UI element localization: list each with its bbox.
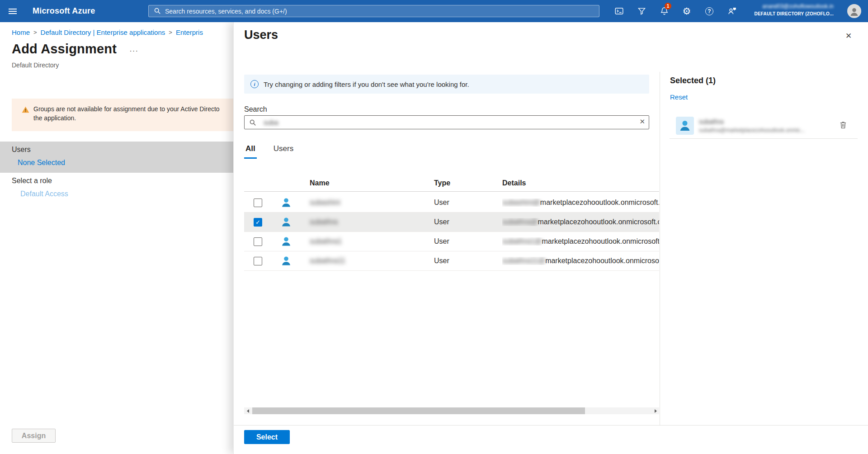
warning-icon xyxy=(22,106,29,114)
user-type: User xyxy=(434,199,449,207)
default-access-link[interactable]: Default Access xyxy=(20,190,68,198)
help-icon xyxy=(705,7,713,15)
column-name: Name xyxy=(310,179,330,187)
users-picker-panel: Users Try changing or adding filters if … xyxy=(233,22,868,454)
user-type: User xyxy=(434,257,449,265)
notification-badge: 1 xyxy=(665,3,671,9)
global-search-input[interactable] xyxy=(148,5,599,17)
user-details: subathra11@marketplacezohooutlook.onmicr… xyxy=(502,257,659,265)
search-icon xyxy=(154,7,161,14)
feedback-icon xyxy=(727,6,737,16)
table-row[interactable]: subathra User subathra@marketplacezohoou… xyxy=(244,213,659,232)
user-name: subathra1 xyxy=(310,237,342,246)
global-search xyxy=(148,5,599,17)
notifications-button[interactable]: 1 xyxy=(653,0,675,22)
scrollbar-thumb[interactable] xyxy=(252,407,585,414)
table-row[interactable]: subathra11 User subathra11@marketplacezo… xyxy=(244,251,659,271)
table-header: Name Type Details xyxy=(244,176,659,192)
breadcrumb-current[interactable]: Enterpris xyxy=(176,28,203,36)
user-icon xyxy=(678,119,692,132)
user-type: User xyxy=(434,218,449,226)
clear-search-icon[interactable] xyxy=(639,118,645,126)
selected-user-avatar xyxy=(676,117,694,135)
none-selected-link[interactable]: None Selected xyxy=(18,159,65,167)
search-label: Search xyxy=(244,105,267,114)
breadcrumb-enterprise-applications[interactable]: Default Directory | Enterprise applicati… xyxy=(41,28,165,36)
help-button[interactable] xyxy=(698,0,721,22)
page-subtitle: Default Directory xyxy=(12,61,59,69)
user-details: subathra1@marketplacezohooutlook.onmicro… xyxy=(502,237,659,246)
user-icon xyxy=(280,197,292,208)
assign-button[interactable]: Assign xyxy=(12,429,56,443)
account-directory: DEFAULT DIRECTORY (ZOHOFLO... xyxy=(755,11,834,17)
tab-users[interactable]: Users xyxy=(272,142,295,159)
filter-icon xyxy=(637,6,646,16)
page-title: Add Assignment xyxy=(12,42,117,57)
scroll-left-icon[interactable] xyxy=(244,407,251,414)
row-checkbox[interactable] xyxy=(254,257,262,265)
user-icon xyxy=(280,255,292,267)
panel-title: Users xyxy=(244,28,278,42)
divider xyxy=(670,138,858,139)
brand-title[interactable]: Microsoft Azure xyxy=(33,6,95,16)
feedback-button[interactable] xyxy=(721,0,743,22)
users-label: Users xyxy=(12,146,31,154)
reset-link[interactable]: Reset xyxy=(670,93,688,101)
user-type: User xyxy=(434,237,449,246)
settings-button[interactable] xyxy=(675,0,698,22)
hamburger-icon xyxy=(9,11,17,12)
search-query-text: suba xyxy=(264,118,278,126)
topbar: Microsoft Azure 1 xyxy=(0,0,868,22)
user-details: subathra@marketplacezohooutlook.onmicros… xyxy=(502,218,659,226)
topbar-icons: 1 xyxy=(608,0,743,22)
row-checkbox[interactable] xyxy=(254,237,262,246)
selected-user-email: subathra@marketplacezohooutlook.onmic... xyxy=(699,127,805,133)
avatar[interactable] xyxy=(847,4,861,18)
column-details: Details xyxy=(502,179,526,187)
remove-selected-button[interactable] xyxy=(838,120,848,130)
info-icon xyxy=(250,80,259,88)
row-checkbox[interactable] xyxy=(254,218,262,227)
search-icon xyxy=(249,119,256,126)
selected-panel: Selected (1) Reset subathra subathra@mar… xyxy=(660,72,868,425)
user-name: subathra11 xyxy=(310,257,345,265)
hamburger-menu-button[interactable] xyxy=(2,0,24,22)
row-checkbox[interactable] xyxy=(254,199,262,207)
table-row[interactable]: subashini User subashini@marketplacezoho… xyxy=(244,193,659,213)
trash-icon xyxy=(839,121,847,129)
info-banner-text: Try changing or adding filters if you do… xyxy=(264,80,469,88)
select-button[interactable]: Select xyxy=(244,430,290,444)
azure-portal: Microsoft Azure 1 xyxy=(0,0,868,454)
horizontal-scrollbar[interactable] xyxy=(244,407,659,414)
breadcrumb-separator: > xyxy=(33,29,37,36)
cloud-shell-icon xyxy=(614,6,624,16)
avatar-person-icon xyxy=(849,7,859,17)
picker-tabs: All Users xyxy=(244,142,295,159)
user-icon xyxy=(280,216,292,228)
user-name: subathra xyxy=(310,218,338,226)
breadcrumb-home[interactable]: Home xyxy=(12,28,30,36)
table-row[interactable]: subathra1 User subathra1@marketplacezoho… xyxy=(244,232,659,251)
user-list: subashini User subashini@marketplacezoho… xyxy=(244,193,659,271)
panel-search-input[interactable]: suba xyxy=(244,115,649,129)
gear-icon xyxy=(683,6,691,16)
selected-user-name: subathra xyxy=(699,118,723,125)
panel-footer: Select xyxy=(234,425,868,454)
user-name: subashini xyxy=(310,199,340,207)
tab-all[interactable]: All xyxy=(244,142,257,159)
close-icon[interactable] xyxy=(843,30,854,42)
select-role-label: Select a role xyxy=(12,177,52,185)
directory-filter-button[interactable] xyxy=(630,0,653,22)
selected-user-card: subathra subathra@marketplacezohooutlook… xyxy=(660,116,868,141)
column-type: Type xyxy=(434,179,450,187)
selected-count-title: Selected (1) xyxy=(670,76,716,85)
scroll-right-icon[interactable] xyxy=(652,407,659,414)
account-info[interactable]: anand03@zohoflowoutlook.in DEFAULT DIREC… xyxy=(755,3,834,17)
cloud-shell-button[interactable] xyxy=(608,0,630,22)
user-details: subashini@marketplacezohooutlook.onmicro… xyxy=(502,199,659,207)
more-options-button[interactable]: ··· xyxy=(129,47,138,56)
warning-text: Groups are not available for assignment … xyxy=(33,104,220,131)
account-name: anand03@zohoflowoutlook.in xyxy=(755,3,834,9)
breadcrumb-separator: > xyxy=(169,29,172,36)
user-icon xyxy=(280,236,292,247)
